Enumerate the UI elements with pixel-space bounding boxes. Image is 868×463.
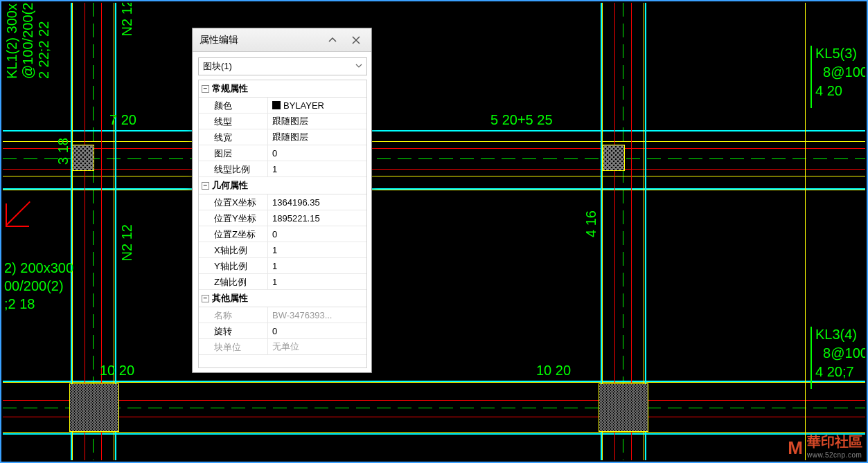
prop-row-scale-x[interactable]: X轴比例1: [199, 242, 366, 258]
group-geometry[interactable]: − 几何属性: [199, 177, 366, 194]
property-editor-panel: 属性编辑 图块(1) − 常规属性 颜色 BYLAYER: [193, 28, 371, 372]
prop-row-pos-z[interactable]: 位置Z坐标0: [199, 226, 366, 242]
label-3-18: 3 18: [55, 138, 71, 165]
prop-row-pos-x[interactable]: 位置X坐标1364196.35: [199, 194, 366, 210]
property-grid[interactable]: − 常规属性 颜色 BYLAYER 线型跟随图层 线宽跟随图层 图层0 线型比例…: [199, 80, 366, 367]
minus-icon[interactable]: −: [202, 85, 209, 93]
label-kl3: KL3(4) 8@100 4 20;7: [815, 325, 865, 381]
color-swatch-icon: [272, 101, 281, 109]
label-n2-12-b: N2 12: [119, 224, 135, 261]
prop-row-rotation[interactable]: 旋转0: [199, 323, 366, 339]
prop-row-color[interactable]: 颜色 BYLAYER: [199, 98, 366, 114]
label-10-20-b: 10 20: [536, 363, 571, 379]
prop-row-lineweight[interactable]: 线宽跟随图层: [199, 129, 366, 145]
close-icon[interactable]: [348, 33, 364, 47]
prop-row-scale-y[interactable]: Y轴比例1: [199, 258, 366, 274]
prop-row-ltscale[interactable]: 线型比例1: [199, 161, 366, 177]
group-other[interactable]: − 其他属性: [199, 290, 366, 307]
label-kl5: KL5(3) 8@100 4 20: [815, 44, 865, 100]
collapse-icon[interactable]: [326, 33, 339, 47]
watermark: M 華印社區 www.52cnp.com: [788, 433, 862, 459]
minus-icon[interactable]: −: [202, 182, 209, 190]
label-left-block: 2) 200x300 00/200(2) ;2 18: [4, 259, 73, 313]
panel-header[interactable]: 属性编辑: [193, 28, 371, 52]
label-10-20-a: 10 20: [100, 363, 134, 379]
panel-title: 属性编辑: [200, 34, 320, 46]
entity-selector[interactable]: 图块(1): [198, 57, 367, 75]
entity-selector-value: 图块(1): [203, 60, 232, 73]
chevron-down-icon: [355, 62, 362, 71]
prop-row-scale-z[interactable]: Z轴比例1: [199, 274, 366, 290]
minus-icon[interactable]: −: [202, 295, 209, 302]
prop-row-linetype[interactable]: 线型跟随图层: [199, 114, 366, 129]
cad-canvas[interactable]: KL1(2) 300x3 @100/200(2 2 22;2 22 N2 12 …: [3, 3, 865, 460]
watermark-logo-icon: M: [788, 437, 803, 459]
prop-row-unit[interactable]: 块单位无单位: [199, 339, 366, 355]
label-7-20: 7 20: [109, 112, 136, 128]
label-5-20-5-25: 5 20+5 25: [490, 112, 553, 128]
label-kl1: KL1(2) 300x3 @100/200(2 2 22;2 22: [4, 3, 52, 79]
label-4-16: 4 16: [583, 210, 599, 237]
group-general[interactable]: − 常规属性: [199, 80, 366, 98]
prop-row-name[interactable]: 名称BW-3476393...: [199, 307, 366, 323]
prop-row-layer[interactable]: 图层0: [199, 145, 366, 161]
prop-row-pos-y[interactable]: 位置Y坐标1895221.15: [199, 210, 366, 226]
label-n2-12-a: N2 12: [119, 3, 135, 36]
